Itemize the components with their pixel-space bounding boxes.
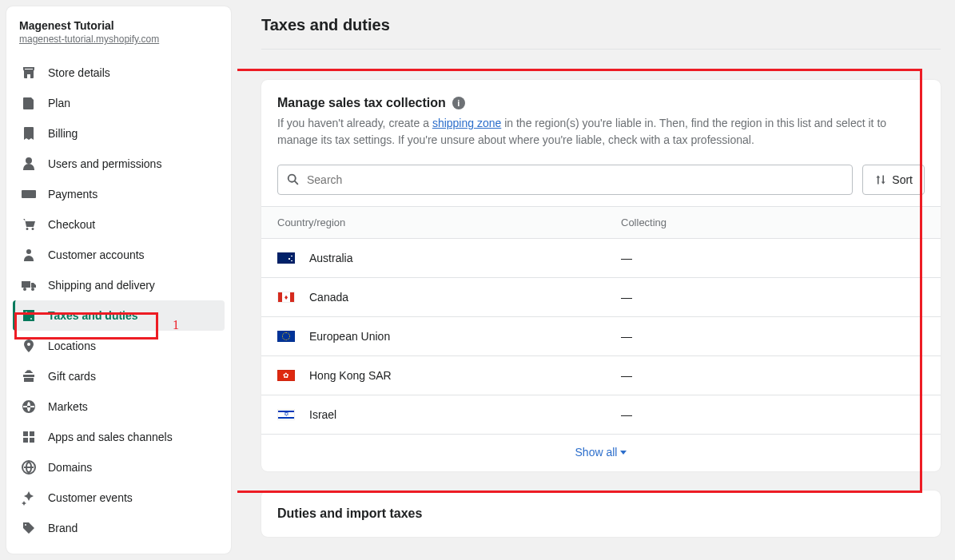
sidebar-item-label: Domains <box>48 461 92 474</box>
sidebar-item-label: Customer accounts <box>48 248 145 261</box>
collecting-value: — <box>621 369 925 382</box>
plan-icon <box>21 95 37 111</box>
manage-sales-tax-card: Manage sales tax collection i If you hav… <box>261 80 941 471</box>
card-header: Manage sales tax collection i If you hav… <box>261 80 941 161</box>
sidebar-item-gift-cards[interactable]: Gift cards <box>13 361 225 391</box>
main-content: Taxes and duties Manage sales tax collec… <box>237 0 955 560</box>
page-title: Taxes and duties <box>261 16 941 50</box>
card-title: Manage sales tax collection <box>277 96 446 110</box>
sidebar-item-label: Checkout <box>48 218 95 231</box>
collecting-value: — <box>621 408 925 421</box>
sidebar-item-locations[interactable]: Locations <box>13 331 225 361</box>
collecting-value: — <box>621 291 925 304</box>
col-header-country: Country/region <box>277 216 621 228</box>
sidebar-item-billing[interactable]: Billing <box>13 118 225 149</box>
sidebar-item-label: Gift cards <box>48 370 96 383</box>
sort-button[interactable]: Sort <box>862 165 925 195</box>
billing-icon <box>21 125 37 141</box>
events-icon <box>21 490 37 506</box>
sidebar-item-shipping[interactable]: Shipping and delivery <box>13 270 225 300</box>
flag-icon-il: ✡ <box>277 409 295 420</box>
shop-header: Magenest Tutorial magenest-tutorial.mysh… <box>6 19 231 54</box>
collecting-value: — <box>621 252 925 264</box>
flag-icon-hk <box>277 370 295 381</box>
card-description: If you haven't already, create a shippin… <box>277 115 925 149</box>
callout-label-1: 1 <box>173 318 179 332</box>
sidebar-item-label: Customer events <box>48 491 133 504</box>
sidebar-item-checkout[interactable]: Checkout <box>13 209 225 240</box>
sidebar-item-apps[interactable]: Apps and sales channels <box>13 422 225 452</box>
flag-icon-eu <box>277 331 295 342</box>
search-wrap[interactable] <box>277 165 853 195</box>
sidebar-item-label: Shipping and delivery <box>48 279 155 292</box>
card-title: Duties and import taxes <box>277 506 422 520</box>
caret-down-icon <box>620 451 627 455</box>
collecting-value: — <box>621 330 925 343</box>
country-name: Hong Kong SAR <box>309 369 392 382</box>
country-name: Australia <box>309 252 352 264</box>
duties-card: Duties and import taxes <box>261 490 941 537</box>
flag-icon-au <box>277 252 295 264</box>
sidebar-item-label: Store details <box>48 66 110 79</box>
sidebar-item-label: Markets <box>48 400 88 413</box>
sort-label: Sort <box>892 173 913 186</box>
table-row[interactable]: European Union — <box>261 317 941 356</box>
locations-icon <box>21 338 37 354</box>
sidebar-item-users[interactable]: Users and permissions <box>13 149 225 179</box>
search-icon <box>286 173 300 187</box>
store-icon <box>21 65 37 81</box>
gift-icon <box>21 368 37 384</box>
checkout-icon <box>21 216 37 232</box>
sidebar-item-brand[interactable]: Brand <box>13 513 225 543</box>
apps-icon <box>21 429 37 445</box>
sidebar-item-payments[interactable]: Payments <box>13 179 225 209</box>
shop-url-link[interactable]: magenest-tutorial.myshopify.com <box>19 34 159 45</box>
country-name: Israel <box>309 408 336 421</box>
desc-text: If you haven't already, create a <box>277 117 432 129</box>
show-all-label: Show all <box>575 446 618 459</box>
sidebar-item-label: Taxes and duties <box>48 309 138 322</box>
users-icon <box>21 156 37 172</box>
sidebar-item-plan[interactable]: Plan <box>13 88 225 118</box>
sidebar-item-label: Plan <box>48 97 70 109</box>
sidebar-item-domains[interactable]: Domains <box>13 452 225 483</box>
taxes-icon <box>21 308 37 324</box>
settings-nav: Store details Plan Billing Users and per… <box>6 54 231 543</box>
sidebar-card: Magenest Tutorial magenest-tutorial.mysh… <box>6 6 231 554</box>
table-row[interactable]: ♦ Canada — <box>261 278 941 317</box>
payments-icon <box>21 186 37 202</box>
sidebar-item-store-details[interactable]: Store details <box>13 58 225 88</box>
table-header: Country/region Collecting <box>261 206 941 239</box>
sidebar-item-label: Payments <box>48 188 97 201</box>
sort-icon <box>874 173 887 186</box>
sidebar-item-label: Brand <box>48 522 78 534</box>
brand-icon <box>21 520 37 536</box>
col-header-collecting: Collecting <box>621 216 925 228</box>
shipping-zone-link[interactable]: shipping zone <box>432 117 501 129</box>
flag-icon-ca: ♦ <box>277 292 295 303</box>
country-name: Canada <box>309 291 348 304</box>
domains-icon <box>21 459 37 475</box>
sidebar-item-label: Apps and sales channels <box>48 431 173 443</box>
customer-icon <box>21 247 37 263</box>
markets-icon <box>21 399 37 415</box>
search-input[interactable] <box>307 173 844 186</box>
sidebar-item-markets[interactable]: Markets <box>13 391 225 422</box>
sidebar-item-taxes[interactable]: Taxes and duties <box>13 300 225 331</box>
sidebar-item-label: Users and permissions <box>48 157 161 170</box>
settings-sidebar: Magenest Tutorial magenest-tutorial.mysh… <box>0 0 237 560</box>
shop-name: Magenest Tutorial <box>19 19 218 32</box>
info-icon[interactable]: i <box>452 97 465 109</box>
sidebar-item-customer-events[interactable]: Customer events <box>13 483 225 513</box>
sidebar-item-label: Billing <box>48 127 78 140</box>
table-row[interactable]: Hong Kong SAR — <box>261 356 941 395</box>
shipping-icon <box>21 277 37 293</box>
table-row[interactable]: Australia — <box>261 239 941 278</box>
show-all-button[interactable]: Show all <box>261 435 941 471</box>
country-name: European Union <box>309 330 390 343</box>
card-controls: Sort <box>261 161 941 206</box>
table-row[interactable]: ✡ Israel — <box>261 395 941 435</box>
sidebar-item-customer-accounts[interactable]: Customer accounts <box>13 240 225 270</box>
sidebar-item-label: Locations <box>48 340 96 352</box>
